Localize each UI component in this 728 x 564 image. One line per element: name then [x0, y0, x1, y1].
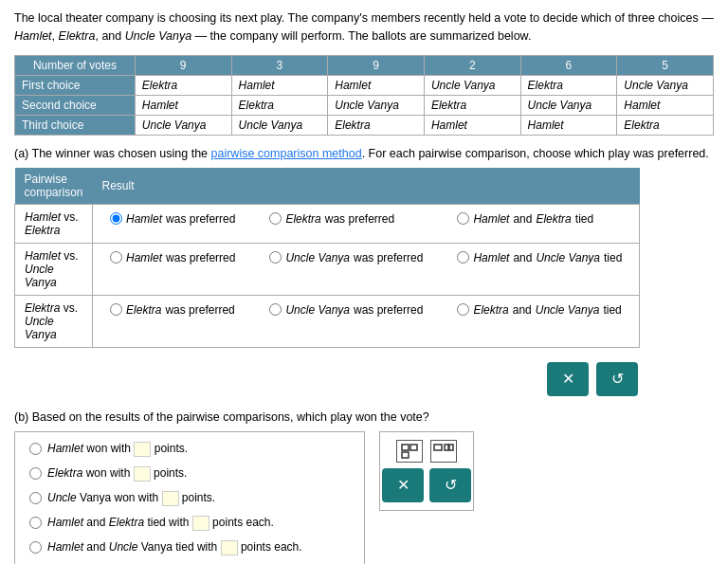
- second-c4: Elektra: [424, 95, 520, 115]
- part-b-radio-1[interactable]: [29, 443, 42, 455]
- pairwise-row-1: Hamlet vs. Elektra Hamlet was preferred …: [15, 204, 640, 243]
- part-b-option-5[interactable]: Hamlet and Uncle Vanya tied with points …: [29, 540, 350, 555]
- undo-button-a[interactable]: ↺: [596, 362, 638, 396]
- pairwise-result-3c[interactable]: Elektra and Uncle Vanya tied: [440, 295, 640, 347]
- first-c4: Uncle Vanya: [424, 75, 520, 95]
- first-choice-label: First choice: [15, 75, 136, 95]
- pairwise-radio-1c[interactable]: [457, 212, 469, 225]
- second-c5: Uncle Vanya: [520, 95, 617, 115]
- pairwise-row-2: Hamlet vs. Uncle Vanya Hamlet was prefer…: [15, 243, 640, 295]
- points-box-5: [221, 540, 238, 555]
- points-box-3: [162, 491, 179, 506]
- pairwise-table: Pairwise comparison Result Hamlet vs. El…: [14, 168, 640, 348]
- part-b-option-4[interactable]: Hamlet and Elektra tied with points each…: [29, 516, 350, 531]
- third-choice-label: Third choice: [15, 115, 136, 135]
- third-c4: Hamlet: [424, 115, 520, 135]
- pairwise-radio-2a[interactable]: [110, 251, 122, 264]
- part-b-option-3[interactable]: Uncle Vanya won with points.: [29, 491, 350, 506]
- points-box-2: [134, 466, 151, 482]
- part-b-container: Hamlet won with points. Elektra won with…: [14, 431, 714, 565]
- second-c2: Elektra: [231, 95, 328, 115]
- svg-rect-4: [445, 445, 448, 450]
- pairwise-comparison-3: Elektra vs. Uncle Vanya: [15, 295, 93, 347]
- pairwise-radio-2b[interactable]: [269, 251, 282, 264]
- first-c6: Uncle Vanya: [617, 75, 714, 95]
- part-b-right-panel: ✕ ↺: [379, 431, 474, 511]
- second-c1: Hamlet: [135, 95, 231, 115]
- first-c2: Hamlet: [231, 75, 328, 95]
- ballot-header-9b: 9: [328, 55, 425, 75]
- svg-rect-3: [434, 445, 442, 450]
- split-icon: [430, 440, 457, 463]
- part-b-radio-2[interactable]: [29, 467, 42, 480]
- pairwise-result-3a[interactable]: Elektra was preferred: [93, 295, 253, 347]
- ballot-header-3: 3: [231, 55, 328, 75]
- svg-rect-1: [410, 445, 417, 450]
- second-choice-label: Second choice: [15, 95, 136, 115]
- pairwise-method-link[interactable]: pairwise comparison method: [211, 147, 362, 160]
- pairwise-radio-1a[interactable]: [110, 212, 122, 225]
- section-a-label: (a) The winner was chosen using the pair…: [14, 147, 714, 160]
- section-b-label: (b) Based on the results of the pairwise…: [14, 410, 714, 424]
- part-b-option-2[interactable]: Elektra won with points.: [29, 466, 350, 482]
- ballot-header-5: 5: [617, 55, 714, 75]
- first-c3: Hamlet: [328, 75, 425, 95]
- ballot-header-label: Number of votes: [15, 55, 136, 75]
- pairwise-result-2c[interactable]: Hamlet and Uncle Vanya tied: [440, 243, 640, 295]
- ballot-table: Number of votes 9 3 9 2 6 5 First choice…: [14, 55, 714, 136]
- pairwise-radio-3a[interactable]: [110, 303, 122, 316]
- points-box-1: [134, 442, 151, 457]
- pairwise-radio-2c[interactable]: [457, 251, 469, 264]
- third-c6: Elektra: [617, 115, 714, 135]
- pairwise-comparison-1: Hamlet vs. Elektra: [15, 204, 93, 243]
- pairwise-result-2a[interactable]: Hamlet was preferred: [93, 243, 253, 295]
- svg-rect-2: [402, 452, 409, 458]
- pairwise-result-1b[interactable]: Elektra was preferred: [252, 204, 440, 243]
- part-b-radio-4[interactable]: [29, 517, 42, 529]
- intro-text: The local theater company is choosing it…: [14, 9, 714, 45]
- part-b-button-row: ✕ ↺: [382, 468, 471, 502]
- part-b-options-box: Hamlet won with points. Elektra won with…: [14, 431, 365, 565]
- points-box-4: [192, 516, 209, 531]
- action-buttons-section-a: ✕ ↺: [14, 362, 714, 396]
- icon-row: [396, 440, 457, 463]
- pairwise-col2-header: Result: [93, 168, 640, 205]
- part-b-radio-5[interactable]: [29, 541, 42, 554]
- first-c5: Elektra: [520, 75, 617, 95]
- pairwise-radio-3c[interactable]: [457, 303, 469, 316]
- part-b-option-1[interactable]: Hamlet won with points.: [29, 442, 350, 457]
- undo-button-b[interactable]: ↺: [429, 468, 471, 502]
- svg-rect-0: [402, 445, 409, 450]
- first-c1: Elektra: [135, 75, 231, 95]
- third-c3: Elektra: [328, 115, 425, 135]
- part-b-radio-3[interactable]: [29, 492, 42, 504]
- cross-button-b[interactable]: ✕: [382, 468, 424, 502]
- pairwise-result-1a[interactable]: Hamlet was preferred: [93, 204, 253, 243]
- pairwise-result-2b[interactable]: Uncle Vanya was preferred: [252, 243, 440, 295]
- pairwise-radio-1b[interactable]: [269, 212, 282, 225]
- ballot-header-6: 6: [520, 55, 617, 75]
- ballot-header-9a: 9: [135, 55, 231, 75]
- cross-button-a[interactable]: ✕: [547, 362, 589, 396]
- pairwise-radio-3b[interactable]: [269, 303, 282, 316]
- pairwise-comparison-2: Hamlet vs. Uncle Vanya: [15, 243, 93, 295]
- pairwise-col1-header: Pairwise comparison: [15, 168, 93, 205]
- third-c2: Uncle Vanya: [231, 115, 328, 135]
- pairwise-result-1c[interactable]: Hamlet and Elektra tied: [440, 204, 640, 243]
- grid-icon: [396, 440, 423, 463]
- third-c5: Hamlet: [520, 115, 617, 135]
- second-c6: Hamlet: [617, 95, 714, 115]
- pairwise-result-3b[interactable]: Uncle Vanya was preferred: [252, 295, 440, 347]
- ballot-header-2: 2: [424, 55, 520, 75]
- second-c3: Uncle Vanya: [328, 95, 425, 115]
- pairwise-row-3: Elektra vs. Uncle Vanya Elektra was pref…: [15, 295, 640, 347]
- third-c1: Uncle Vanya: [135, 115, 231, 135]
- svg-rect-5: [449, 445, 453, 450]
